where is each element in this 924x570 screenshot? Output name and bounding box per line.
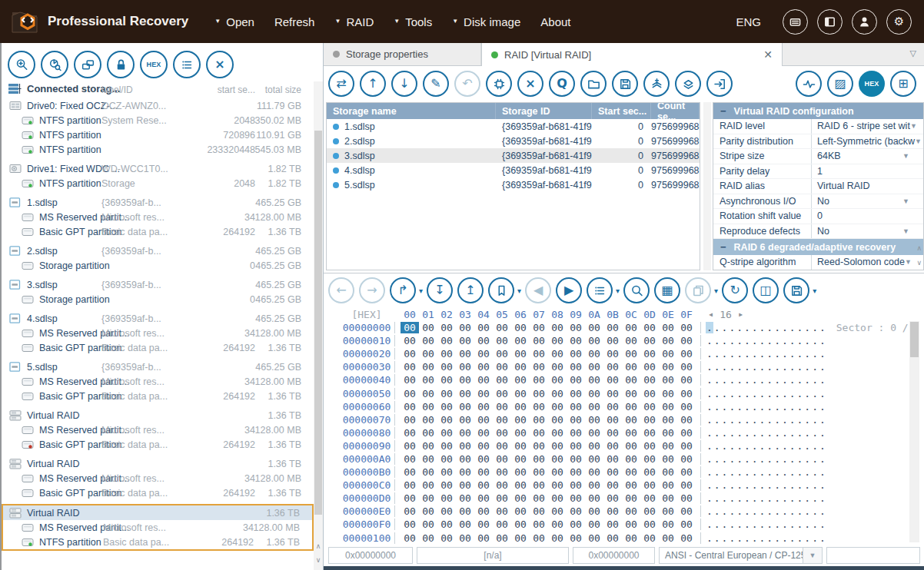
table-row-2-sdlsp[interactable]: 2.sdlsp{369359af-b681-41f9...0975699968 — [327, 134, 700, 148]
hex-byte[interactable]: 00 — [585, 466, 603, 478]
width-decrease-icon[interactable]: ◂ — [708, 309, 713, 320]
hex-byte[interactable]: 00 — [511, 414, 530, 426]
ascii-char[interactable]: . — [736, 427, 743, 439]
hex-byte[interactable]: 00 — [419, 453, 437, 465]
ascii-char[interactable]: . — [819, 322, 826, 333]
ascii-char[interactable]: . — [796, 322, 804, 333]
hex-byte[interactable]: 00 — [530, 492, 548, 504]
ascii-char[interactable]: . — [773, 388, 781, 399]
hex-byte[interactable]: 00 — [659, 440, 677, 452]
hex-byte[interactable]: 00 — [622, 361, 640, 373]
close-storage-button[interactable]: × — [206, 51, 234, 78]
ascii-char[interactable]: . — [759, 414, 766, 426]
ascii-char[interactable]: . — [796, 388, 804, 399]
hex-byte[interactable]: 00 — [511, 466, 530, 478]
ascii-char[interactable]: . — [728, 532, 736, 544]
open-storage-button[interactable] — [580, 71, 607, 97]
hex-byte[interactable]: 00 — [603, 322, 622, 333]
hex-byte[interactable]: 00 — [456, 440, 474, 452]
hex-byte[interactable]: 00 — [493, 492, 511, 504]
ascii-char[interactable]: . — [751, 479, 759, 491]
table-column-header-count-se[interactable]: Count se... — [651, 103, 700, 119]
pattern-view-button[interactable]: ▨ — [827, 71, 853, 97]
hex-byte[interactable]: 00 — [530, 453, 548, 465]
ascii-char[interactable]: . — [803, 492, 811, 504]
hex-byte[interactable]: 00 — [640, 374, 659, 386]
hex-byte[interactable]: 00 — [548, 532, 567, 544]
hex-byte[interactable]: 00 — [530, 505, 548, 517]
ascii-char[interactable]: . — [803, 348, 811, 360]
ascii-char[interactable]: . — [713, 532, 721, 544]
hex-byte[interactable]: 00 — [401, 532, 419, 544]
config-value-field[interactable]: Virtual RAID — [812, 179, 923, 194]
hex-byte[interactable]: 00 — [437, 505, 456, 517]
hex-byte[interactable]: 00 — [493, 348, 511, 360]
ascii-char[interactable]: . — [759, 492, 766, 504]
hex-byte[interactable]: 00 — [419, 532, 437, 544]
hex-view-button[interactable]: HEX — [140, 51, 168, 78]
hex-byte[interactable]: 00 — [437, 532, 456, 544]
tree-row-ntfs-partition-3[interactable]: NTFS partition233320448545.03 MB — [2, 142, 314, 157]
panel-layout-button[interactable] — [817, 9, 843, 35]
ascii-char[interactable]: . — [819, 401, 826, 413]
hex-byte[interactable]: 00 — [677, 492, 696, 504]
hex-byte[interactable]: 00 — [603, 479, 622, 491]
hex-byte[interactable]: 00 — [567, 322, 585, 333]
tree-row-basic-gpt-partition-21[interactable]: Basic GPT partitionBasic data pa...26419… — [2, 437, 314, 452]
ascii-char[interactable]: . — [706, 492, 713, 504]
ascii-char[interactable]: . — [811, 335, 819, 346]
ascii-char[interactable]: . — [728, 401, 736, 413]
hex-byte[interactable]: 00 — [640, 453, 659, 465]
ascii-char[interactable]: . — [759, 466, 766, 478]
hex-byte[interactable]: 00 — [567, 414, 585, 426]
ascii-char[interactable]: . — [773, 322, 781, 333]
ascii-char[interactable]: . — [706, 532, 713, 544]
ascii-char[interactable]: . — [811, 322, 819, 333]
hex-byte[interactable]: 00 — [677, 505, 696, 517]
ascii-char[interactable]: . — [803, 440, 811, 452]
dropdown-caret-icon[interactable]: ▼ — [902, 197, 909, 205]
hex-scrollbar[interactable] — [909, 321, 919, 542]
hex-byte[interactable]: 00 — [567, 440, 585, 452]
hex-byte[interactable]: 00 — [603, 401, 622, 413]
ascii-char[interactable]: . — [781, 453, 789, 465]
hex-byte[interactable]: 00 — [401, 479, 419, 491]
ascii-char[interactable]: . — [796, 401, 804, 413]
menu-item-tools[interactable]: ▼Tools — [394, 15, 432, 28]
hex-byte[interactable]: 00 — [419, 505, 437, 517]
ascii-char[interactable]: . — [721, 427, 729, 439]
ascii-char[interactable]: . — [766, 505, 773, 517]
ascii-char[interactable]: . — [706, 427, 713, 439]
ascii-char[interactable]: . — [759, 348, 766, 360]
hex-byte[interactable]: 00 — [401, 505, 419, 517]
disk-usage-button[interactable] — [41, 51, 68, 78]
ascii-char[interactable]: . — [728, 427, 736, 439]
ascii-char[interactable]: . — [811, 532, 819, 544]
hex-byte[interactable]: 00 — [511, 348, 530, 360]
ascii-char[interactable]: . — [781, 335, 789, 346]
menu-item-disk-image[interactable]: ▼Disk image — [452, 15, 520, 28]
hex-byte[interactable]: 00 — [548, 361, 567, 373]
hex-byte[interactable]: 00 — [474, 348, 493, 360]
hex-byte[interactable]: 00 — [493, 505, 511, 517]
ascii-char[interactable]: . — [759, 453, 766, 465]
hex-byte[interactable]: 00 — [474, 401, 493, 413]
hex-byte[interactable]: 00 — [585, 414, 603, 426]
ascii-char[interactable]: . — [736, 532, 743, 544]
ascii-char[interactable]: . — [819, 414, 826, 426]
tree-row-storage-partition-10[interactable]: Storage partition0465.25 GB — [2, 258, 314, 273]
ascii-char[interactable]: . — [811, 453, 819, 465]
hex-byte[interactable]: 00 — [530, 427, 548, 439]
ascii-char[interactable]: . — [803, 388, 811, 399]
ascii-char[interactable]: . — [706, 453, 713, 465]
ascii-char[interactable]: . — [706, 414, 713, 426]
hex-byte[interactable]: 00 — [437, 479, 456, 491]
ascii-char[interactable]: . — [819, 466, 826, 478]
hex-byte[interactable]: 00 — [474, 361, 493, 373]
scroll-down-icon[interactable]: ∨ — [316, 556, 321, 564]
ascii-char[interactable]: . — [803, 532, 811, 544]
ascii-char[interactable]: . — [811, 401, 819, 413]
ascii-char[interactable]: . — [766, 374, 773, 386]
ascii-char[interactable]: . — [721, 322, 729, 333]
ascii-char[interactable]: . — [789, 466, 796, 478]
